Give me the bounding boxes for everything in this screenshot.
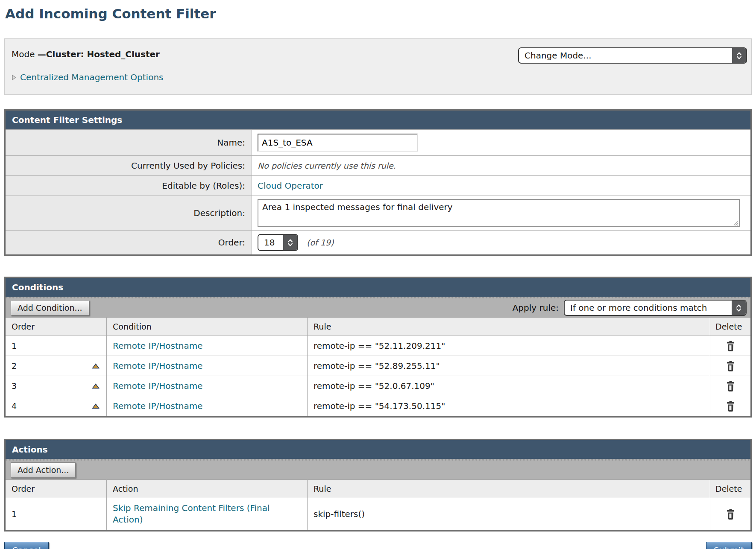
description-textarea[interactable]: Area 1 inspected messages for final deli… [258,199,740,227]
chevron-up-icon [736,52,742,55]
move-up-arrow-icon [92,403,100,409]
page: Add Incoming Content Filter Mode —Cluste… [0,6,756,549]
name-label: Name: [6,130,252,155]
cancel-button[interactable]: Cancel [4,542,49,549]
col-header-action: Action [107,480,308,498]
settings-row-order: Order: 18 (of 19) [6,230,750,254]
add-action-button[interactable]: Add Action... [11,462,76,478]
condition-rule: remote-ip == "52.11.209.211" [314,341,445,351]
settings-row-editable: Editable by (Roles): Cloud Operator [6,175,750,196]
action-link[interactable]: Skip Remaining Content Filters (Final Ac… [113,498,307,530]
actions-panel-header: Actions [6,440,750,459]
trash-icon [726,401,735,412]
centralized-management-row: Centralized Management Options [12,72,744,82]
table-row: 2 Remote IP/Hostname remote-ip == "52.89… [6,356,750,376]
chevron-down-icon [287,243,293,246]
description-text: Area 1 inspected messages for final deli… [262,202,453,212]
col-header-rule: Rule [308,480,710,498]
order-label: Order: [6,231,252,254]
mode-label: Mode [12,49,38,59]
disclosure-triangle-icon [12,74,16,81]
table-row: 4 Remote IP/Hostname remote-ip == "54.17… [6,396,750,416]
col-header-rule: Rule [308,318,710,336]
col-header-delete: Delete [710,480,750,498]
condition-rule: remote-ip == "52.89.255.11" [314,361,440,371]
condition-link[interactable]: Remote IP/Hostname [113,341,202,351]
move-up-arrow-icon [92,383,100,389]
content-filter-settings-panel: Content Filter Settings Name: Currently … [4,109,752,256]
conditions-panel: Conditions Add Condition... Apply rule: … [4,277,752,418]
actions-table-header: Order Action Rule Delete [6,479,750,498]
move-up-button[interactable] [92,363,100,369]
select-stepper-icon [732,301,746,315]
order-select-value: 18 [264,237,275,248]
action-order: 1 [12,509,17,519]
footer: Cancel Submit [4,542,752,549]
col-header-order: Order [6,318,107,336]
condition-link[interactable]: Remote IP/Hostname [113,361,202,371]
chevron-down-icon [736,308,741,312]
col-header-delete: Delete [710,318,750,336]
condition-order: 2 [12,361,17,371]
delete-condition-button[interactable] [726,401,735,412]
conditions-toolbar: Add Condition... Apply rule: If one or m… [6,297,750,317]
mode-value: —Cluster: Hosted_Cluster [38,49,160,59]
apply-rule-group: Apply rule: If one or more conditions ma… [513,300,750,316]
delete-condition-button[interactable] [726,361,735,371]
submit-button[interactable]: Submit [706,542,752,549]
policies-label: Currently Used by Policies: [6,156,252,175]
chevron-up-icon [736,304,741,308]
move-up-button[interactable] [92,403,100,409]
delete-condition-button[interactable] [726,341,735,351]
apply-rule-select[interactable]: If one or more conditions match [564,300,747,316]
condition-link[interactable]: Remote IP/Hostname [113,401,202,411]
move-up-arrow-icon [92,363,100,369]
condition-order: 4 [12,401,17,411]
conditions-table-header: Order Condition Rule Delete [6,317,750,336]
delete-action-button[interactable] [726,509,735,520]
settings-row-policies: Currently Used by Policies: No policies … [6,155,750,175]
centralized-management-options-link[interactable]: Centralized Management Options [20,72,164,82]
table-row: 1 Skip Remaining Content Filters (Final … [6,498,750,530]
change-mode-select-value: Change Mode... [525,50,592,61]
apply-rule-label: Apply rule: [513,303,559,313]
order-total: (of 19) [307,238,334,247]
order-select[interactable]: 18 [258,234,298,251]
settings-row-name: Name: [6,129,750,155]
actions-panel: Actions Add Action... Order Action Rule … [4,439,752,531]
editable-label: Editable by (Roles): [6,176,252,196]
trash-icon [726,509,735,520]
col-header-order: Order [6,480,107,498]
chevron-down-icon [736,56,742,59]
chevron-up-icon [287,239,293,242]
condition-rule: remote-ip == "54.173.50.115" [314,401,445,411]
table-row: 3 Remote IP/Hostname remote-ip == "52.0.… [6,376,750,396]
cloud-operator-link[interactable]: Cloud Operator [258,181,323,191]
delete-condition-button[interactable] [726,381,735,391]
settings-panel-header: Content Filter Settings [6,111,750,129]
change-mode-select[interactable]: Change Mode... [518,47,747,64]
trash-icon [726,381,735,391]
mode-panel: Mode —Cluster: Hosted_Cluster Change Mod… [4,38,752,95]
table-row: 1 Remote IP/Hostname remote-ip == "52.11… [6,336,750,356]
trash-icon [726,361,735,371]
condition-order: 3 [12,381,17,391]
page-title: Add Incoming Content Filter [5,6,756,21]
action-rule: skip-filters() [314,509,365,519]
resize-grip-icon[interactable] [733,220,738,226]
description-label: Description: [6,196,252,230]
apply-rule-select-value: If one or more conditions match [570,303,707,313]
select-stepper-icon [732,48,746,63]
conditions-panel-header: Conditions [6,278,750,297]
trash-icon [726,341,735,351]
settings-row-description: Description: Area 1 inspected messages f… [6,196,750,230]
policies-value: No policies currently use this rule. [258,161,396,170]
actions-toolbar: Add Action... [6,459,750,479]
add-condition-button[interactable]: Add Condition... [11,300,89,315]
select-stepper-icon [283,235,297,250]
col-header-condition: Condition [107,318,308,336]
name-input[interactable] [258,134,418,152]
move-up-button[interactable] [92,383,100,389]
condition-link[interactable]: Remote IP/Hostname [113,381,202,391]
condition-order: 1 [12,341,17,350]
